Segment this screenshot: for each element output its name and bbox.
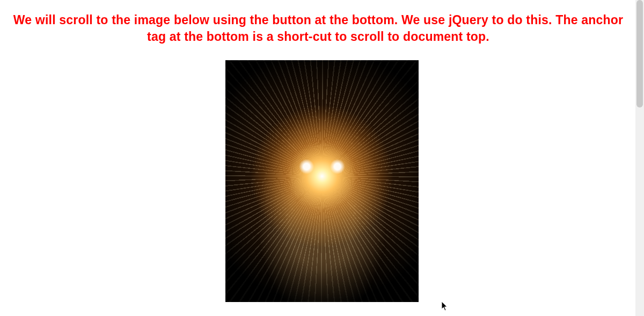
vertical-scrollbar-track[interactable]	[635, 0, 644, 316]
page-heading: We will scroll to the image below using …	[0, 0, 644, 45]
vertical-scrollbar-thumb[interactable]	[636, 0, 643, 107]
image-container	[0, 60, 644, 304]
hero-image	[225, 60, 419, 302]
